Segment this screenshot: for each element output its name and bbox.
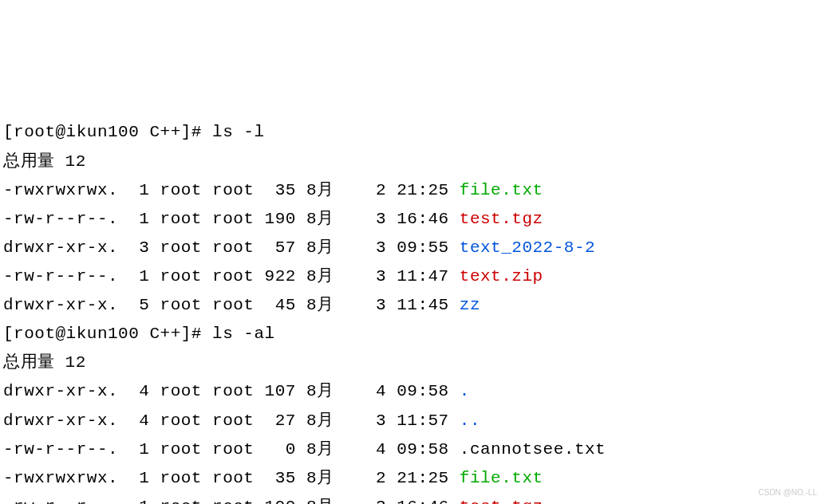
file-name: .cannotsee.txt [460,440,606,459]
file-name: text.zip [460,267,543,285]
file-row: drwxr-xr-x. 4 root root 107 8月 4 09:58 . [3,377,822,406]
file-row: -rw-r--r--. 1 root root 922 8月 3 11:47 t… [3,262,822,291]
file-row: -rw-r--r--. 1 root root 190 8月 3 16:46 t… [3,493,822,504]
file-row: -rwxrwxrwx. 1 root root 35 8月 2 21:25 fi… [3,176,822,205]
total-line: 总用量 12 [3,348,822,377]
watermark: CSDN @NO.-LL [759,486,818,499]
file-row: drwxr-xr-x. 4 root root 27 8月 3 11:57 .. [3,407,822,435]
file-row: drwxr-xr-x. 5 root root 45 8月 3 11:45 zz [3,291,822,320]
file-name: file.txt [460,469,543,487]
file-name: text_2022-8-2 [460,238,595,257]
file-name: file.txt [460,181,543,199]
file-name: .. [460,411,480,430]
terminal-output: [root@ikun100 C++]# ls -l总用量 12-rwxrwxrw… [3,118,822,504]
file-row: -rw-r--r--. 1 root root 190 8月 3 16:46 t… [3,205,822,234]
file-name: zz [460,296,480,314]
command-prompt[interactable]: [root@ikun100 C++]# ls -l [3,118,822,147]
file-name: . [460,382,470,400]
file-name: test.tgz [460,498,543,504]
file-row: -rwxrwxrwx. 1 root root 35 8月 2 21:25 fi… [3,464,822,493]
file-row: -rw-r--r--. 1 root root 0 8月 4 09:58 .ca… [3,435,822,464]
total-line: 总用量 12 [3,148,822,176]
command-prompt[interactable]: [root@ikun100 C++]# ls -al [3,320,822,348]
file-name: test.tgz [460,210,543,228]
file-row: drwxr-xr-x. 3 root root 57 8月 3 09:55 te… [3,234,822,262]
